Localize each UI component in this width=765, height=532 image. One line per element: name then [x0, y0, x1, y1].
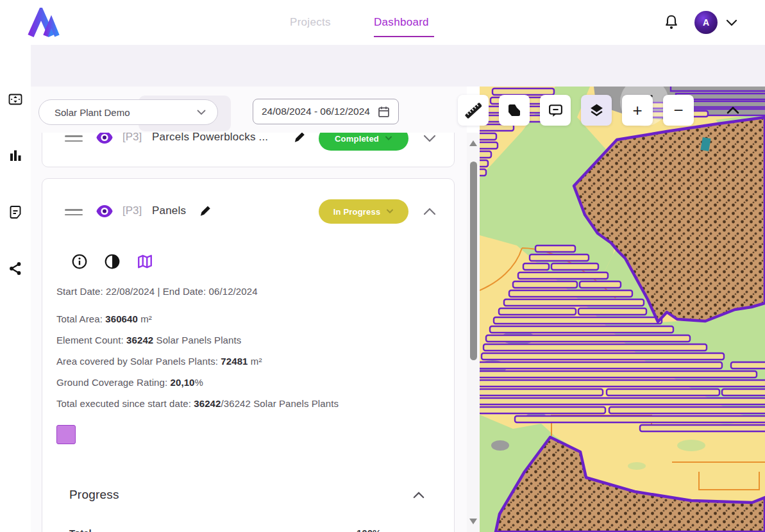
top-navbar: Projects Dashboard A [0, 0, 765, 45]
minus-icon: − [673, 102, 683, 119]
stat-total-area: Total Area: 360640 m² [56, 313, 152, 324]
active-tab-underline [374, 36, 434, 37]
comment-icon [548, 103, 564, 119]
drag-handle[interactable] [65, 209, 83, 215]
project-select-value: Solar Plant Demo [55, 107, 130, 118]
stat-total-executed: Total executed since start date: 36242/3… [56, 398, 339, 409]
stat-ground-coverage: Ground Coverage Rating: 20,10% [56, 377, 203, 388]
layer-title: Parcels Powerblocks ... [152, 131, 268, 144]
project-select[interactable]: Solar Plant Demo [38, 99, 218, 125]
progress-row-label: Total [69, 528, 92, 532]
chevron-down-icon [385, 136, 392, 141]
filter-toolbar: Solar Plant Demo 24/08/2024 - 06/12/2024 [0, 45, 765, 87]
status-label: In Progress [333, 207, 381, 217]
info-icon[interactable] [71, 253, 88, 270]
chevron-down-icon [197, 110, 206, 115]
expand-card-chevron-down-icon[interactable] [423, 135, 436, 142]
layers-button[interactable] [581, 95, 612, 126]
drag-handle[interactable] [65, 135, 83, 142]
comments-button[interactable] [540, 95, 571, 126]
fit-screen-icon[interactable] [8, 92, 23, 107]
scroll-up-arrow[interactable] [469, 140, 477, 146]
avatar[interactable]: A [694, 11, 718, 34]
nav-tab-dashboard[interactable]: Dashboard [374, 16, 429, 29]
share-icon[interactable] [8, 261, 23, 276]
map-canvas[interactable] [480, 87, 765, 532]
collapse-toolbar-chevron-up-icon[interactable] [723, 103, 743, 118]
zoom-to-layer-map-icon[interactable] [136, 253, 154, 270]
collapse-progress-chevron-up-icon[interactable] [413, 492, 425, 499]
layer-code: [P3] [122, 204, 142, 217]
report-document-icon[interactable] [8, 204, 23, 220]
collapse-card-chevron-up-icon[interactable] [423, 208, 436, 215]
account-chevron-down-icon[interactable] [726, 19, 737, 27]
basemap-icon [507, 103, 522, 118]
chevron-down-icon [386, 209, 394, 214]
layer-dates: Start Date: 22/08/2024 | End Date: 06/12… [56, 286, 258, 297]
avatar-initial: A [703, 17, 709, 28]
panel-scrollbar[interactable] [467, 133, 480, 532]
date-range-input[interactable]: 24/08/2024 - 06/12/2024 [253, 99, 399, 124]
notifications-bell-icon[interactable] [663, 13, 680, 31]
opacity-contrast-icon[interactable] [104, 253, 121, 270]
calendar-icon [377, 105, 391, 119]
edit-pencil-icon[interactable] [198, 203, 213, 218]
layer-card-panels: [P3] Panels In Progress Star [42, 178, 455, 532]
progress-section-title: Progress [69, 488, 119, 502]
nav-tab-projects[interactable]: Projects [290, 16, 331, 29]
layers-icon [589, 103, 605, 119]
layer-title: Panels [152, 204, 186, 217]
app-logo [27, 8, 60, 37]
zoom-in-button[interactable]: + [622, 95, 653, 126]
ruler-icon [465, 102, 482, 119]
basemap-toggle-button[interactable] [499, 95, 530, 126]
progress-row-value: 100% [357, 528, 381, 532]
layer-visibility-eye-icon[interactable] [96, 204, 113, 219]
analytics-bar-chart-icon[interactable] [8, 148, 23, 163]
scroll-down-arrow[interactable] [469, 519, 477, 524]
layer-code: [P3] [122, 131, 142, 144]
scrollbar-thumb[interactable] [470, 162, 477, 360]
layer-color-swatch[interactable] [56, 425, 76, 444]
date-range-value: 24/08/2024 - 06/12/2024 [262, 106, 370, 117]
zoom-out-button[interactable]: − [663, 95, 694, 126]
stat-element-count: Element Count: 36242 Solar Panels Plants [56, 335, 241, 345]
stat-area-covered: Area covered by Solar Panels Plants: 724… [56, 356, 262, 367]
plus-icon: + [632, 102, 642, 119]
left-icon-sidebar [0, 45, 31, 532]
measure-tool-button[interactable] [458, 95, 489, 126]
status-badge-in-progress[interactable]: In Progress [319, 199, 408, 224]
status-label: Completed [335, 134, 379, 144]
